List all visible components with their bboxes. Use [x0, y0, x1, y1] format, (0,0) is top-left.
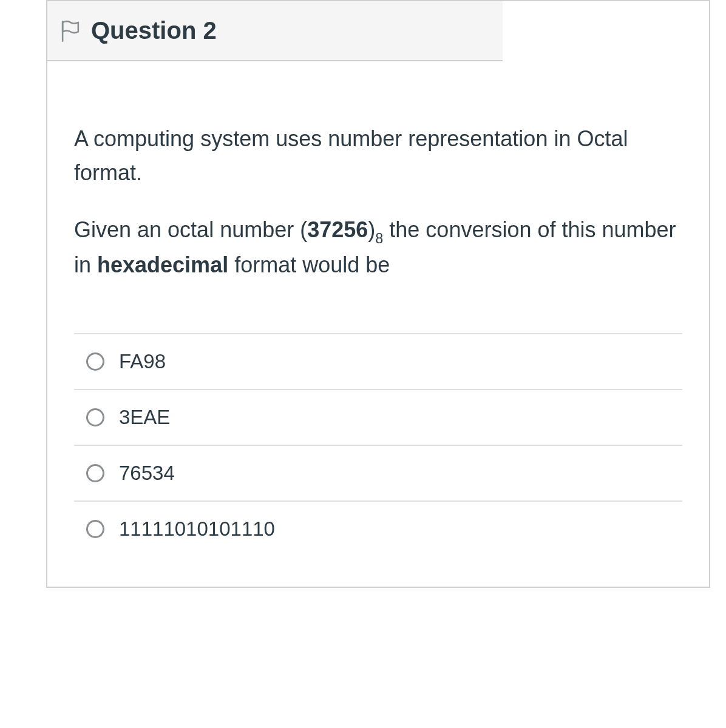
- answer-list: FA98 3EAE 76534 11111010101110: [74, 333, 682, 556]
- answer-label: 76534: [119, 462, 175, 485]
- answer-label: FA98: [119, 350, 166, 373]
- answer-label: 11111010101110: [119, 517, 275, 541]
- question-title: Question 2: [91, 17, 217, 44]
- question-card: Question 2 A computing system uses numbe…: [46, 0, 710, 588]
- question-body: A computing system uses number represent…: [47, 61, 709, 587]
- answer-option[interactable]: 11111010101110: [74, 500, 682, 556]
- prompt-hex-word: hexadecimal: [97, 252, 228, 277]
- question-header: Question 2: [46, 0, 503, 61]
- prompt-octal-number: 37256: [307, 217, 368, 242]
- radio-icon: [86, 520, 104, 538]
- answer-label: 3EAE: [119, 406, 170, 429]
- answer-option[interactable]: 76534: [74, 445, 682, 500]
- radio-icon: [86, 408, 104, 426]
- prompt-paragraph-1: A computing system uses number represent…: [74, 122, 682, 190]
- radio-icon: [86, 464, 104, 482]
- prompt-paragraph-2: Given an octal number (37256)8 the conve…: [74, 213, 682, 282]
- prompt-subscript: 8: [375, 231, 383, 246]
- question-prompt: A computing system uses number represent…: [74, 122, 682, 282]
- prompt-text: Given an octal number (: [74, 217, 307, 242]
- flag-outline-icon: [61, 20, 80, 42]
- prompt-text: format would be: [228, 252, 390, 277]
- radio-icon: [86, 352, 104, 371]
- answer-option[interactable]: FA98: [74, 333, 682, 389]
- answer-option[interactable]: 3EAE: [74, 389, 682, 445]
- prompt-text: ): [368, 217, 375, 242]
